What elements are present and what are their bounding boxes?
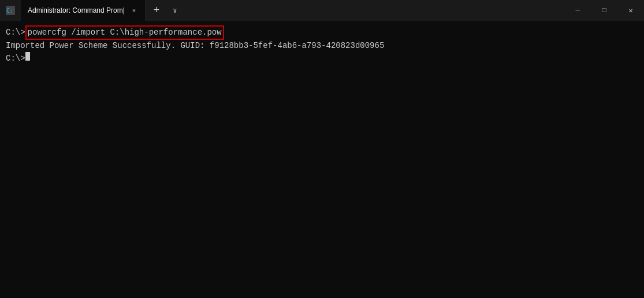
titlebar: C: Administrator: Command Prom| × + ∨ — … bbox=[0, 0, 644, 21]
tab-label: Administrator: Command Prom| bbox=[28, 6, 125, 14]
close-tab-button[interactable]: × bbox=[129, 6, 139, 15]
prompt-2: C:\> bbox=[6, 53, 25, 65]
svg-text:C:: C: bbox=[6, 8, 13, 14]
cursor bbox=[25, 52, 30, 61]
minimize-button[interactable]: — bbox=[564, 0, 591, 21]
output-text: Imported Power Scheme Successfully. GUID… bbox=[6, 40, 384, 52]
current-prompt-line: C:\> bbox=[6, 52, 638, 65]
close-button[interactable]: ✕ bbox=[617, 0, 644, 21]
output-line: Imported Power Scheme Successfully. GUID… bbox=[6, 40, 638, 52]
new-tab-button[interactable]: + bbox=[146, 0, 167, 21]
prompt-1: C:\> bbox=[6, 27, 25, 39]
active-tab[interactable]: Administrator: Command Prom| × bbox=[21, 0, 146, 21]
maximize-button[interactable]: □ bbox=[591, 0, 617, 21]
terminal-window: C: Administrator: Command Prom| × + ∨ — … bbox=[0, 0, 644, 298]
window-controls: — □ ✕ bbox=[564, 0, 644, 21]
app-icon: C: bbox=[5, 5, 16, 16]
command-highlight: powercfg /import C:\high-performance.pow bbox=[25, 25, 224, 40]
terminal-body[interactable]: C:\>powercfg /import C:\high-performance… bbox=[0, 21, 644, 298]
tabs-area: Administrator: Command Prom| × + ∨ bbox=[21, 0, 564, 21]
tab-dropdown-button[interactable]: ∨ bbox=[167, 0, 183, 21]
command-line: C:\>powercfg /import C:\high-performance… bbox=[6, 25, 638, 40]
